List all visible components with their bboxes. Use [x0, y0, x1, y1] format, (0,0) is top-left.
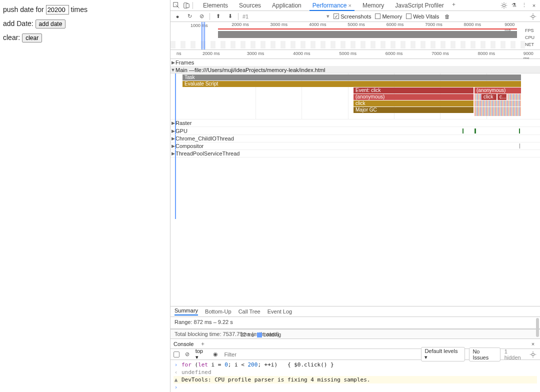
track-childio[interactable]: ▶Chrome_ChildIOThread — [170, 135, 540, 142]
push-prefix: push date for — [3, 6, 44, 14]
ruler-tick: 6000 ms — [386, 22, 404, 27]
devtools-top-bar: Elements Sources Application Performance… — [170, 0, 540, 11]
flame-stripes — [474, 100, 521, 106]
tab-memory[interactable]: Memory — [358, 0, 389, 10]
sidebar-toggle-icon[interactable] — [174, 352, 180, 358]
tab-summary[interactable]: Summary — [174, 308, 198, 316]
gear-icon[interactable] — [500, 2, 508, 10]
ruler-tick: 3000 ms — [247, 51, 264, 56]
tab-js-profiler[interactable]: JavaScript Profiler — [390, 0, 448, 10]
tab-sources[interactable]: Sources — [234, 0, 266, 10]
flame-chart[interactable]: ▶Frames ▼Main — file:///Users/muji/ideaP… — [170, 59, 540, 306]
detail-ruler[interactable]: ns 2000 ms 3000 ms 4000 ms 5000 ms 6000 … — [170, 50, 540, 59]
track-gpu-label: GPU — [176, 128, 188, 134]
hidden-count: 1 hidden — [504, 348, 526, 360]
track-main-prefix: Main — — [176, 67, 194, 73]
flame-anonymous[interactable]: (anonymous) — [354, 94, 474, 100]
flame-click[interactable]: click — [354, 100, 474, 106]
record-icon[interactable]: ● — [174, 12, 182, 20]
track-frames[interactable]: ▶Frames — [170, 59, 540, 66]
log-levels-selector[interactable]: Default levels ▾ — [421, 347, 465, 362]
overview-side-labels: FPS CPU NET — [525, 22, 540, 48]
console-output: ›for (let i = 0; i < 200; ++i) { $0.clic… — [170, 360, 540, 392]
console-prompt[interactable]: › — [174, 384, 537, 391]
chevron-down-icon[interactable]: ▾ — [326, 13, 330, 20]
screenshots-checkbox[interactable]: ✓Screenshots — [334, 14, 371, 20]
add-tab-icon[interactable]: ＋ — [450, 0, 458, 8]
clear-button[interactable]: clear — [22, 34, 42, 42]
close-icon[interactable]: × — [348, 2, 351, 8]
flame-task[interactable]: Task — [182, 74, 521, 80]
eye-icon[interactable]: ◉ — [212, 350, 220, 358]
webvitals-checkbox[interactable]: Web Vitals — [406, 14, 439, 20]
push-count-input[interactable] — [46, 5, 69, 14]
console-tab[interactable]: Console — [174, 341, 194, 347]
flame-major-gc[interactable]: Major GC — [354, 107, 474, 113]
reload-icon[interactable]: ↻ — [186, 12, 194, 20]
svg-point-4 — [532, 15, 534, 18]
console-filter-input[interactable] — [223, 351, 413, 358]
clear-console-icon[interactable]: ⊘ — [184, 350, 192, 358]
flame-stripes — [508, 94, 521, 100]
recording-selector[interactable]: #1 — [242, 14, 248, 20]
prompt-icon: › — [174, 362, 178, 368]
ruler-tick: 6000 ms — [386, 51, 403, 56]
console-settings-icon[interactable] — [529, 350, 537, 358]
tab-application[interactable]: Application — [267, 0, 306, 10]
memory-checkbox[interactable]: Memory — [375, 14, 402, 20]
add-date-row: add Date: add date — [3, 20, 167, 28]
gpu-sample — [519, 128, 520, 134]
ruler-tick: 8000 ms — [464, 22, 482, 27]
overview-selection[interactable] — [202, 22, 205, 50]
execution-context-selector[interactable]: top ▾ — [196, 348, 208, 360]
memory-label: Memory — [382, 14, 402, 20]
experiments-icon[interactable]: ⚗ — [510, 2, 518, 10]
devtools-tabs: Elements Sources Application Performance… — [198, 0, 458, 10]
tab-bottom-up[interactable]: Bottom-Up — [205, 308, 232, 314]
tab-performance[interactable]: Performance× — [308, 0, 356, 10]
ruler-tick: 3000 ms — [270, 22, 288, 27]
flame-stripes — [474, 107, 521, 116]
main-thread-area[interactable]: Task Evaluate Script Event: click (anony… — [170, 74, 540, 120]
warning-icon: ▲ — [174, 376, 178, 383]
scrollbar-thumb[interactable] — [536, 318, 539, 337]
flame-click-short[interactable]: c... — [498, 94, 506, 100]
flame-event-click[interactable]: Event: click — [354, 88, 474, 94]
ruler-tick: 5000 ms — [348, 22, 365, 27]
devtools-close-icon[interactable]: × — [530, 2, 538, 10]
capture-settings-icon[interactable] — [529, 12, 537, 20]
drawer-close-icon[interactable]: × — [529, 340, 537, 348]
flame-anonymous[interactable]: (anonymous) — [474, 88, 521, 94]
cpu-overview-band — [218, 31, 517, 38]
console-code: for (let i = 0; i < 200; ++i) { $0.click… — [182, 362, 334, 368]
webvitals-label: Web Vitals — [413, 14, 439, 20]
track-main-path: file:///Users/muji/ideaProjects/memory-l… — [194, 67, 326, 73]
add-drawer-tab-icon[interactable]: ＋ — [198, 340, 206, 348]
device-toolbar-icon[interactable] — [182, 2, 190, 10]
result-icon: ‹ — [174, 369, 178, 376]
tab-event-log[interactable]: Event Log — [268, 308, 292, 314]
overview-timeline[interactable]: 1000 ms 2000 ms 3000 ms 4000 ms 5000 ms … — [170, 22, 540, 50]
track-raster[interactable]: ▶Raster — [170, 120, 540, 127]
more-icon[interactable]: ⋮ — [520, 2, 528, 10]
inspect-icon[interactable] — [172, 2, 180, 10]
track-threadpool[interactable]: ▶ThreadPoolServiceThread — [170, 150, 540, 158]
tab-elements[interactable]: Elements — [198, 0, 233, 10]
garbage-collect-icon[interactable]: 🗑 — [443, 12, 451, 20]
clear-icon[interactable]: ⊘ — [198, 12, 206, 20]
tab-call-tree[interactable]: Call Tree — [238, 308, 260, 314]
load-profile-icon[interactable]: ⬆ — [214, 12, 222, 20]
loading-label: Loading — [264, 332, 282, 338]
flame-click[interactable]: click — [482, 94, 496, 100]
console-warning-line: ▲DevTools: CPU profile parser is fixing … — [174, 376, 537, 384]
push-suffix: times — [71, 6, 88, 14]
track-compositor[interactable]: ▶Compositor — [170, 142, 540, 150]
track-gpu[interactable]: ▶GPU — [170, 127, 540, 135]
save-profile-icon[interactable]: ⬇ — [226, 12, 234, 20]
add-date-button[interactable]: add date — [36, 20, 66, 28]
console-input-line: ›for (let i = 0; i < 200; ++i) { $0.clic… — [174, 361, 537, 368]
issues-button[interactable]: No Issues — [469, 348, 500, 362]
flame-evaluate-script[interactable]: Evaluate Script — [182, 81, 521, 87]
track-main-header[interactable]: ▼Main — file:///Users/muji/ideaProjects/… — [170, 66, 540, 74]
long-task-indicator — [218, 28, 517, 30]
